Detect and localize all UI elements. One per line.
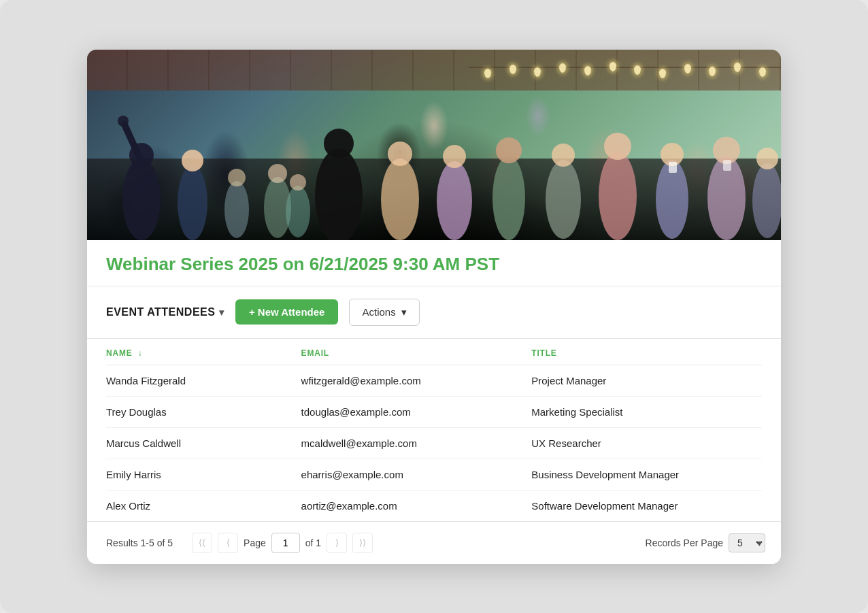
event-title: Webinar Series 2025 on 6/21/2025 9:30 AM…	[106, 254, 762, 275]
col-header-name[interactable]: NAME ↓	[106, 339, 301, 365]
col-email-label: EMAIL	[301, 348, 329, 358]
new-attendee-label: + New Attendee	[249, 306, 325, 318]
next-page-button[interactable]: ⟩	[327, 533, 347, 553]
svg-point-9	[381, 159, 419, 240]
cell-name-0: Wanda Fitzgerald	[106, 365, 301, 396]
svg-rect-31	[669, 162, 677, 173]
cell-email-4: aortiz@example.com	[301, 490, 532, 521]
actions-button[interactable]: Actions ▾	[349, 299, 419, 326]
cell-name-1: Trey Douglas	[106, 396, 301, 427]
cell-name-3: Emily Harris	[106, 459, 301, 490]
results-text: Results 1-5 of 5	[106, 537, 173, 548]
table-row: Trey Douglas tdouglas@example.com Market…	[106, 396, 762, 427]
table-row: Emily Harris eharris@example.com Busines…	[106, 459, 762, 490]
svg-point-7	[315, 148, 363, 240]
actions-chevron-icon: ▾	[401, 306, 407, 318]
table-row: Wanda Fitzgerald wfitzgerald@example.com…	[106, 365, 762, 396]
svg-point-6	[182, 150, 203, 171]
table-body: Wanda Fitzgerald wfitzgerald@example.com…	[106, 365, 762, 521]
svg-point-29	[286, 186, 310, 237]
content-area: Webinar Series 2025 on 6/21/2025 9:30 AM…	[87, 240, 781, 564]
table-row: Marcus Caldwell mcaldwell@example.com UX…	[106, 427, 762, 459]
col-title-label: TITLE	[531, 348, 556, 358]
svg-point-11	[437, 161, 472, 240]
per-page-container: Records Per Page 5 10 25 50 ▾	[627, 533, 762, 552]
svg-point-5	[178, 165, 207, 240]
light-9	[684, 64, 691, 73]
last-page-button[interactable]: ⟩⟩	[352, 533, 373, 553]
svg-point-12	[443, 145, 466, 168]
pagination-bar: Results 1-5 of 5 ⟨⟨ ⟨ Page of 1 ⟩ ⟩⟩ Rec…	[87, 521, 781, 564]
table-wrapper: NAME ↓ EMAIL TITLE	[87, 339, 781, 521]
col-name-label: NAME	[106, 348, 133, 358]
table-header-row: NAME ↓ EMAIL TITLE	[106, 339, 762, 365]
light-6	[610, 62, 616, 71]
svg-point-13	[493, 156, 525, 240]
col-header-title[interactable]: TITLE	[531, 339, 762, 365]
records-per-page-select[interactable]: 5 10 25 50	[729, 533, 765, 552]
light-7	[634, 65, 641, 75]
svg-point-1	[122, 159, 161, 240]
actions-label: Actions	[362, 306, 395, 318]
svg-point-14	[496, 137, 522, 163]
cell-email-1: tdouglas@example.com	[301, 396, 532, 427]
svg-point-4	[118, 116, 129, 127]
svg-point-18	[604, 133, 631, 160]
outer-container: Webinar Series 2025 on 6/21/2025 9:30 AM…	[0, 0, 868, 613]
light-5	[584, 66, 591, 76]
light-4	[559, 63, 566, 73]
lights-container	[469, 56, 781, 97]
svg-point-30	[290, 174, 306, 190]
svg-point-28	[268, 164, 287, 183]
sort-down-icon: ↓	[138, 348, 143, 358]
cell-title-0: Project Manager	[531, 365, 762, 396]
page-number-input[interactable]	[271, 533, 300, 553]
light-3	[534, 67, 541, 77]
svg-point-26	[228, 169, 246, 186]
main-card: Webinar Series 2025 on 6/21/2025 9:30 AM…	[87, 50, 781, 564]
records-per-page-label: Records Per Page	[646, 537, 723, 548]
light-10	[709, 67, 716, 76]
svg-rect-32	[723, 160, 731, 171]
attendee-table: NAME ↓ EMAIL TITLE	[106, 339, 762, 521]
page-label: Page	[244, 537, 266, 548]
light-11	[734, 63, 741, 72]
light-1	[484, 69, 491, 78]
svg-point-23	[752, 163, 781, 238]
toolbar: EVENT ATTENDEES ▾ + New Attendee Actions…	[87, 286, 781, 339]
section-chevron-icon: ▾	[219, 307, 224, 318]
cell-name-2: Marcus Caldwell	[106, 427, 301, 459]
svg-point-17	[599, 152, 637, 240]
section-title-label: EVENT ATTENDEES	[106, 306, 215, 318]
svg-point-8	[324, 129, 354, 159]
cell-email-3: eharris@example.com	[301, 459, 532, 490]
cell-email-2: mcaldwell@example.com	[301, 427, 532, 459]
svg-point-10	[388, 142, 412, 166]
prev-page-button[interactable]: ⟨	[218, 533, 238, 553]
light-8	[659, 69, 666, 78]
new-attendee-button[interactable]: + New Attendee	[235, 299, 339, 325]
photo-banner	[87, 50, 781, 240]
of-label: of 1	[305, 537, 321, 548]
col-header-email[interactable]: EMAIL	[301, 339, 532, 365]
light-2	[510, 65, 516, 74]
svg-point-15	[546, 160, 581, 239]
svg-point-25	[224, 181, 249, 238]
event-title-bar: Webinar Series 2025 on 6/21/2025 9:30 AM…	[87, 240, 781, 286]
cell-title-3: Business Development Manager	[531, 459, 762, 490]
light-12	[759, 67, 766, 77]
cell-title-1: Marketing Specialist	[531, 396, 762, 427]
pagination-controls: ⟨⟨ ⟨ Page of 1 ⟩ ⟩⟩	[192, 533, 373, 553]
svg-point-24	[756, 148, 778, 169]
first-page-button[interactable]: ⟨⟨	[192, 533, 212, 553]
cell-name-4: Alex Ortiz	[106, 490, 301, 521]
cell-title-2: UX Researcher	[531, 427, 762, 459]
section-title-button[interactable]: EVENT ATTENDEES ▾	[106, 306, 224, 318]
cell-title-4: Software Development Manager	[531, 490, 762, 521]
table-row: Alex Ortiz aortiz@example.com Software D…	[106, 490, 762, 521]
svg-point-16	[552, 144, 575, 167]
cell-email-0: wfitzgerald@example.com	[301, 365, 532, 396]
